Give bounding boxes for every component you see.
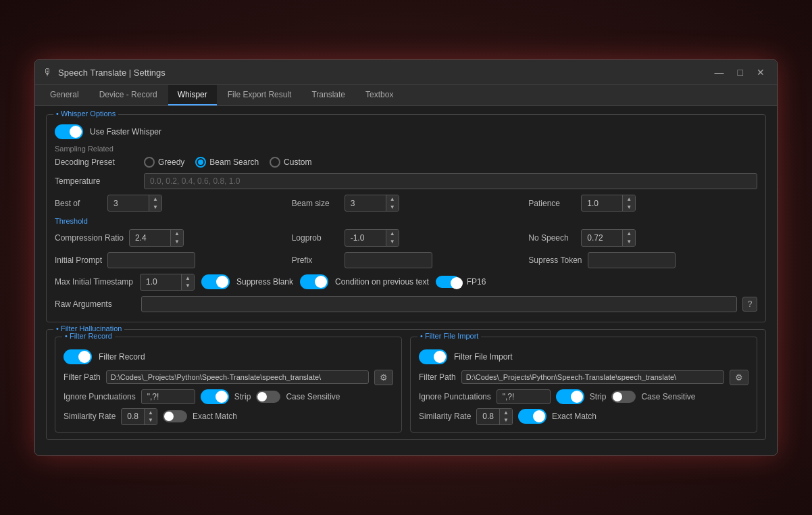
best-of-down[interactable]: ▼: [149, 203, 161, 212]
no-speech-down[interactable]: ▼: [623, 238, 635, 246]
logprob-down[interactable]: ▼: [386, 238, 399, 246]
compression-down[interactable]: ▼: [171, 238, 183, 246]
strip-record-toggle[interactable]: [201, 389, 229, 404]
best-of-arrows: ▲ ▼: [149, 195, 161, 211]
filter-path-record-row: Filter Path ⚙: [64, 370, 393, 385]
case-sensitive-import-toggle[interactable]: [611, 391, 636, 403]
settings-window: 🎙 Speech Translate | Settings — □ ✕ Gene…: [34, 59, 778, 456]
prompt-row: Initial Prompt Prefix Supress Token: [55, 252, 757, 268]
radio-greedy[interactable]: Greedy: [144, 157, 184, 168]
ignore-punct-record-input[interactable]: [141, 389, 195, 404]
similarity-import-up[interactable]: ▲: [500, 409, 512, 417]
max-timestamp-wrap: 1.0 ▲ ▼: [140, 274, 195, 291]
tab-whisper[interactable]: Whisper: [168, 85, 217, 105]
radio-custom[interactable]: Custom: [270, 157, 311, 168]
minimize-button[interactable]: —: [711, 66, 728, 79]
max-timestamp-label: Max Initial Timestamp: [55, 277, 133, 287]
compression-up[interactable]: ▲: [171, 230, 183, 238]
radio-beam-search-label: Beam Search: [209, 157, 259, 167]
max-timestamp-down[interactable]: ▼: [182, 282, 194, 290]
filter-path-record-input[interactable]: [106, 370, 369, 384]
patience-item: Patience 1.0 ▲ ▼: [528, 195, 757, 212]
beam-size-value: 3: [345, 196, 386, 211]
no-speech-up[interactable]: ▲: [623, 230, 635, 238]
maximize-button[interactable]: □: [734, 66, 747, 79]
decoding-preset-row: Decoding Preset Greedy Beam Search: [55, 157, 757, 168]
initial-prompt-input[interactable]: [107, 252, 195, 268]
max-timestamp-arrows: ▲ ▼: [181, 274, 194, 290]
prefix-label: Prefix: [292, 255, 339, 265]
sampling-related-label: Sampling Related: [55, 145, 757, 153]
use-faster-whisper-row: Use Faster Whisper: [55, 124, 757, 139]
similarity-import-wrap: 0.8 ▲ ▼: [476, 408, 513, 425]
prefix-input[interactable]: [345, 252, 432, 268]
no-speech-value: 0.72: [582, 230, 622, 245]
similarity-record-up[interactable]: ▲: [145, 409, 157, 417]
tab-general[interactable]: General: [41, 85, 88, 105]
close-button[interactable]: ✕: [753, 66, 769, 79]
patience-arrows: ▲ ▼: [622, 195, 635, 211]
filter-file-import-toggle-row: Filter File Import: [419, 349, 748, 364]
raw-arguments-row: Raw Arguments ?: [55, 296, 757, 312]
ignore-punct-record-label: Ignore Punctuations: [64, 392, 136, 401]
filter-file-import-panel-title: Filter File Import: [417, 332, 481, 340]
timestamp-toggles-row: Max Initial Timestamp 1.0 ▲ ▼ Suppress B…: [55, 274, 757, 291]
suppress-token-label: Supress Token: [528, 255, 582, 265]
condition-prev-label: Condition on previous text: [335, 277, 429, 287]
beam-params-row: Best of 3 ▲ ▼ Beam size 3 ▲: [55, 195, 757, 212]
tab-file-export[interactable]: File Export Result: [218, 85, 301, 105]
filter-record-toggle[interactable]: [64, 349, 92, 364]
patience-down[interactable]: ▼: [623, 203, 635, 212]
max-timestamp-value: 1.0: [141, 274, 181, 289]
similarity-record-arrows: ▲ ▼: [144, 409, 157, 424]
radio-beam-search[interactable]: Beam Search: [195, 157, 259, 168]
radio-custom-label: Custom: [284, 157, 311, 167]
max-timestamp-up[interactable]: ▲: [182, 274, 194, 283]
filter-record-toggle-row: Filter Record: [64, 349, 393, 364]
app-icon: 🎙: [43, 67, 53, 78]
condition-prev-toggle[interactable]: [300, 274, 328, 289]
similarity-import-down[interactable]: ▼: [500, 416, 512, 424]
fp16-toggle[interactable]: [436, 276, 460, 288]
best-of-up[interactable]: ▲: [149, 195, 161, 203]
suppress-token-input[interactable]: [588, 252, 676, 268]
exact-match-import-toggle[interactable]: [518, 409, 547, 424]
beam-size-up[interactable]: ▲: [386, 195, 399, 203]
filter-file-import-toggle[interactable]: [419, 349, 447, 364]
tab-translate[interactable]: Translate: [302, 85, 355, 105]
logprob-up[interactable]: ▲: [386, 230, 399, 238]
filter-path-import-input[interactable]: [461, 370, 724, 384]
initial-prompt-item: Initial Prompt: [55, 252, 284, 268]
patience-up[interactable]: ▲: [623, 195, 635, 203]
best-of-label: Best of: [55, 199, 102, 208]
similarity-import-value: 0.8: [477, 410, 499, 423]
filter-path-record-label: Filter Path: [64, 372, 101, 382]
temperature-label: Temperature: [55, 176, 136, 186]
patience-value: 1.0: [582, 196, 622, 211]
tab-device-record[interactable]: Device - Record: [90, 85, 167, 105]
filter-path-import-row: Filter Path ⚙: [419, 370, 748, 385]
use-faster-whisper-toggle[interactable]: [55, 124, 83, 139]
raw-arguments-input[interactable]: [141, 296, 737, 312]
exact-match-record-toggle[interactable]: [163, 410, 187, 422]
beam-size-down[interactable]: ▼: [386, 203, 399, 212]
similarity-record-wrap: 0.8 ▲ ▼: [121, 408, 157, 425]
strip-import-label: Strip: [590, 392, 607, 401]
filter-path-record-browse[interactable]: ⚙: [374, 370, 393, 385]
ignore-punct-import-input[interactable]: [497, 389, 551, 404]
temperature-input[interactable]: [144, 173, 757, 189]
filter-path-import-browse[interactable]: ⚙: [730, 370, 748, 385]
raw-arguments-help[interactable]: ?: [742, 297, 757, 312]
window-title: Speech Translate | Settings: [58, 68, 711, 78]
patience-input-wrap: 1.0 ▲ ▼: [581, 195, 636, 212]
case-sensitive-record-label: Case Sensitive: [286, 392, 340, 401]
strip-import-toggle[interactable]: [556, 389, 584, 404]
no-speech-arrows: ▲ ▼: [622, 230, 635, 245]
case-sensitive-record-toggle[interactable]: [256, 391, 280, 403]
radio-greedy-outer: [144, 157, 155, 168]
tab-textbox[interactable]: Textbox: [356, 85, 403, 105]
suppress-blank-toggle[interactable]: [201, 274, 230, 289]
similarity-record-down[interactable]: ▼: [145, 416, 157, 424]
filter-record-label: Filter Record: [99, 352, 145, 362]
similarity-record-row: Similarity Rate 0.8 ▲ ▼ Exact Match: [64, 408, 393, 425]
